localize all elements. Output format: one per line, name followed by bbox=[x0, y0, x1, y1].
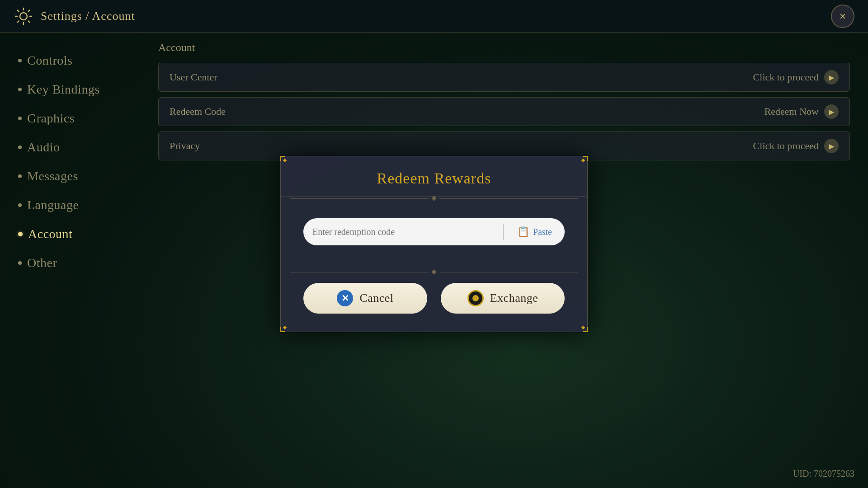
corner-decoration-bl bbox=[280, 322, 291, 333]
exchange-label: Exchange bbox=[490, 291, 538, 305]
exchange-button[interactable]: Exchange bbox=[441, 283, 565, 314]
input-divider bbox=[503, 224, 504, 240]
svg-rect-2 bbox=[581, 159, 585, 162]
svg-rect-4 bbox=[581, 326, 585, 329]
modal-body: 📋 Paste bbox=[281, 200, 587, 259]
corner-decoration-br bbox=[577, 322, 588, 333]
exchange-icon bbox=[467, 290, 484, 306]
redeem-rewards-modal: Redeem Rewards 📋 Paste bbox=[280, 156, 588, 332]
divider-line bbox=[439, 272, 578, 272]
cancel-label: Cancel bbox=[359, 291, 393, 305]
corner-decoration-tr bbox=[577, 155, 588, 166]
modal-footer: ✕ Cancel Exchange bbox=[281, 274, 587, 332]
exchange-icon-inner bbox=[472, 295, 479, 301]
paste-icon: 📋 bbox=[517, 226, 529, 238]
divider-line bbox=[290, 272, 429, 272]
paste-button[interactable]: 📋 Paste bbox=[508, 222, 561, 241]
divider-line bbox=[439, 198, 578, 199]
modal-overlay: Redeem Rewards 📋 Paste bbox=[0, 0, 868, 488]
corner-decoration-tl bbox=[280, 155, 291, 166]
redemption-input-container: 📋 Paste bbox=[303, 218, 565, 245]
cancel-button[interactable]: ✕ Cancel bbox=[303, 283, 427, 314]
divider-line bbox=[290, 198, 429, 199]
cancel-icon: ✕ bbox=[337, 290, 353, 306]
svg-rect-3 bbox=[283, 326, 287, 329]
modal-header: Redeem Rewards bbox=[281, 156, 587, 197]
modal-bottom-divider bbox=[281, 259, 587, 274]
paste-label: Paste bbox=[533, 227, 552, 237]
redemption-code-input[interactable] bbox=[312, 227, 499, 237]
modal-top-divider bbox=[281, 197, 587, 200]
modal-title: Redeem Rewards bbox=[299, 170, 569, 187]
svg-rect-1 bbox=[283, 159, 287, 162]
